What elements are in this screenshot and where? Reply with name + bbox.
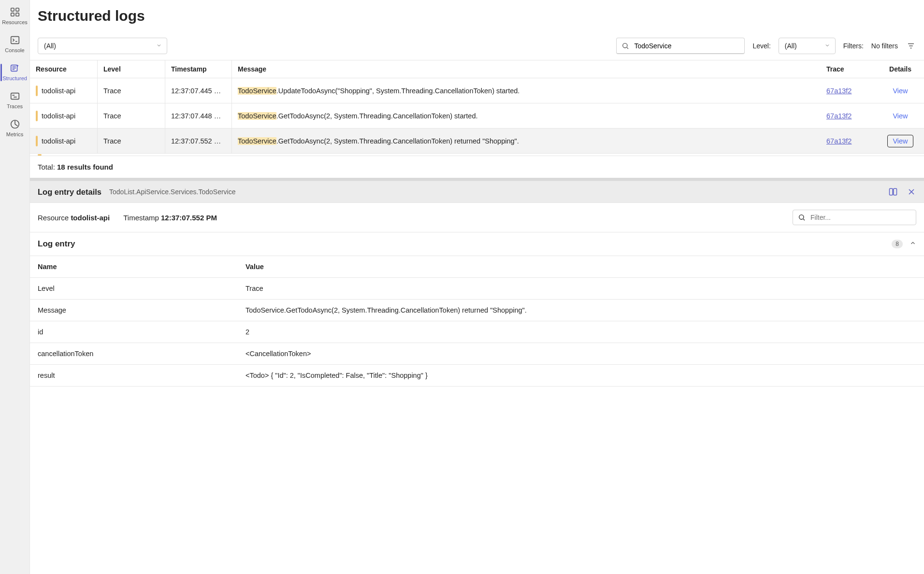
cell-timestamp: 12:37:07.448 … <box>165 103 232 128</box>
svg-rect-2 <box>11 13 14 16</box>
rail-label: Structured <box>2 75 27 81</box>
details-filter-wrap[interactable] <box>793 210 916 225</box>
th-level[interactable]: Level <box>98 60 165 78</box>
split-icon <box>888 187 898 197</box>
main-column: Structured logs (All) Level: (All) F <box>30 0 924 574</box>
rail-metrics[interactable]: Metrics <box>0 115 29 142</box>
svg-rect-1 <box>15 8 18 11</box>
cell-message: TodoService.GetTodoAsync(2, System.Threa… <box>232 103 821 128</box>
page-title: Structured logs <box>38 8 916 24</box>
search-icon <box>621 42 629 50</box>
details-resource: Resource todolist-api <box>38 214 110 222</box>
level-select-value: (All) <box>785 42 797 50</box>
cell-timestamp: 12:37:07.552 … <box>165 129 232 153</box>
details-filter-input[interactable] <box>809 213 911 222</box>
table-header: Resource Level Timestamp Message Trace D… <box>30 60 924 78</box>
svg-point-11 <box>799 215 804 219</box>
svg-rect-10 <box>894 188 897 195</box>
table-row[interactable]: todolist-apiTrace12:37:07.448 …TodoServi… <box>30 103 924 129</box>
th-details[interactable]: Details <box>877 60 924 78</box>
trace-link[interactable]: 67a13f2 <box>826 87 852 95</box>
kv-name: result <box>30 365 238 386</box>
kv-name: Level <box>30 278 238 299</box>
svg-rect-0 <box>11 8 14 11</box>
rail-structured[interactable]: Structured <box>0 59 29 86</box>
rail-resources[interactable]: Resources <box>0 3 29 30</box>
cell-level: Trace <box>98 78 165 103</box>
details-subtitle: TodoList.ApiService.Services.TodoService <box>109 188 235 196</box>
log-entry-section-header[interactable]: Log entry 8 <box>30 232 924 256</box>
kv-header: Name Value <box>30 256 924 278</box>
view-details-button[interactable]: View <box>893 112 908 120</box>
cell-level: Trace <box>98 129 165 153</box>
page-header: Structured logs <box>30 0 924 38</box>
results-total: Total: 18 results found <box>30 156 924 178</box>
kv-name: cancellationToken <box>30 343 238 364</box>
svg-rect-3 <box>15 13 18 16</box>
kv-value: <Todo> { "Id": 2, "IsCompleted": False, … <box>238 365 924 386</box>
table-body: todolist-apiTrace12:37:07.445 …TodoServi… <box>30 78 924 154</box>
details-title: Log entry details <box>38 187 101 197</box>
search-input-wrap[interactable] <box>616 38 745 54</box>
kv-value: TodoService.GetTodoAsync(2, System.Threa… <box>238 300 924 321</box>
traces-icon <box>10 91 20 101</box>
level-select[interactable]: (All) <box>779 38 836 54</box>
svg-rect-6 <box>11 93 19 100</box>
filter-settings-button[interactable] <box>906 41 916 51</box>
rail-traces[interactable]: Traces <box>0 87 29 114</box>
view-details-button[interactable]: View <box>887 135 913 147</box>
chevron-up-icon <box>910 239 916 249</box>
section-title: Log entry <box>38 239 75 249</box>
cell-message: TodoService.UpdateTodoAsync("Shopping", … <box>232 78 821 103</box>
section-count-badge: 8 <box>892 240 903 248</box>
grid-icon <box>10 7 20 17</box>
kv-value: <CancellationToken> <box>238 343 924 364</box>
left-nav-rail: Resources Console Structured Traces Metr… <box>0 0 30 574</box>
rail-label: Traces <box>7 103 23 109</box>
view-details-button[interactable]: View <box>893 87 908 95</box>
cell-timestamp: 12:37:07.445 … <box>165 78 232 103</box>
rail-label: Metrics <box>6 131 23 137</box>
console-icon <box>10 35 20 45</box>
status-bar-icon <box>36 86 38 96</box>
kv-row: id2 <box>30 321 924 343</box>
trace-link[interactable]: 67a13f2 <box>826 112 852 120</box>
svg-rect-4 <box>11 37 19 44</box>
cell-message: TodoService.GetTodoAsync(2, System.Threa… <box>232 129 821 153</box>
kv-th-name: Name <box>30 256 238 277</box>
th-timestamp[interactable]: Timestamp <box>165 60 232 78</box>
svg-rect-9 <box>890 188 893 195</box>
rail-label: Resources <box>2 19 28 25</box>
th-message[interactable]: Message <box>232 60 821 78</box>
chevron-down-icon <box>824 42 830 50</box>
kv-row: cancellationToken<CancellationToken> <box>30 343 924 365</box>
th-resource[interactable]: Resource <box>30 60 98 78</box>
table-row[interactable]: todolist-apiTrace12:37:07.552 …TodoServi… <box>30 129 924 154</box>
logs-table: Resource Level Timestamp Message Trace D… <box>30 60 924 178</box>
kv-row: LevelTrace <box>30 278 924 300</box>
chevron-down-icon <box>156 42 162 50</box>
search-input[interactable] <box>633 42 739 50</box>
cell-resource: todolist-api <box>42 87 75 95</box>
th-trace[interactable]: Trace <box>821 60 877 78</box>
rail-console[interactable]: Console <box>0 31 29 58</box>
details-panel-header: Log entry details TodoList.ApiService.Se… <box>30 181 924 203</box>
cell-level: Trace <box>98 103 165 128</box>
split-view-button[interactable] <box>888 187 898 197</box>
no-filters-label: No filters <box>871 42 898 50</box>
svg-point-8 <box>623 43 627 47</box>
close-details-button[interactable] <box>907 187 916 197</box>
resource-select[interactable]: (All) <box>38 38 167 54</box>
filters-label: Filters: <box>843 42 864 50</box>
kv-table: Name Value LevelTraceMessageTodoService.… <box>30 256 924 387</box>
kv-th-value: Value <box>238 256 924 277</box>
kv-row: MessageTodoService.GetTodoAsync(2, Syste… <box>30 300 924 321</box>
rail-label: Console <box>5 47 24 53</box>
table-row[interactable]: todolist-apiTrace12:37:07.445 …TodoServi… <box>30 78 924 103</box>
details-timestamp: Timestamp 12:37:07.552 PM <box>123 214 217 222</box>
kv-name: Message <box>30 300 238 321</box>
kv-value: 2 <box>238 321 924 343</box>
metrics-icon <box>10 119 20 129</box>
trace-link[interactable]: 67a13f2 <box>826 137 852 145</box>
cell-resource: todolist-api <box>42 137 75 145</box>
